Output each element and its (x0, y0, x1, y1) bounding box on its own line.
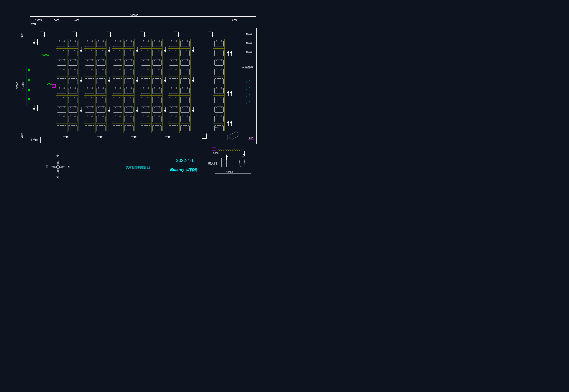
parking-space (168, 39, 180, 48)
parking-space (56, 67, 67, 77)
arrow-down-icon (136, 50, 138, 53)
parking-space (123, 96, 135, 105)
parking-space (67, 58, 78, 67)
parking-space (84, 49, 95, 58)
brand-logo: Beismy 贝视曼 (170, 167, 197, 172)
seat-icon (246, 87, 250, 91)
parking-space (112, 114, 123, 124)
parking-space (95, 105, 106, 114)
arrow-down-icon (136, 80, 138, 83)
arrow-up-icon (227, 50, 229, 53)
parking-space (168, 114, 180, 124)
barrier-gate (218, 150, 242, 151)
parking-space (123, 77, 135, 86)
parking-space (123, 105, 135, 114)
parking-space (180, 86, 191, 95)
dim-left-margin: 6749 (31, 23, 36, 26)
parking-space (84, 96, 95, 105)
dim-right-margin: 6738 (232, 19, 238, 22)
parking-space (180, 67, 191, 77)
arrow-up-icon (230, 50, 232, 53)
parking-space (56, 86, 67, 95)
parking-space (56, 114, 67, 124)
parking-block (168, 39, 191, 131)
parking-space (112, 67, 123, 77)
entrance-wall-l (215, 144, 215, 173)
parking-space (213, 49, 224, 58)
parking-space (95, 77, 106, 86)
parking-space (56, 105, 67, 114)
parking-space (151, 96, 163, 105)
arrow-down-icon (80, 80, 82, 83)
dim-line-left (17, 28, 17, 144)
cad-canvas: 100000 13305 5000 4000 6738 6749 50000 5… (0, 0, 300, 200)
sales-booth: 售卖区 (244, 40, 254, 46)
parking-space (95, 39, 106, 48)
parking-space (140, 67, 151, 77)
parking-space (151, 49, 163, 58)
parking-space (95, 67, 106, 77)
parking-space (67, 77, 78, 86)
parking-space (168, 77, 180, 86)
parking-space: 110# (213, 124, 224, 133)
parking-space (112, 39, 123, 48)
sales-booth: 售卖区 (244, 31, 254, 37)
parking-space (84, 124, 95, 133)
parking-space (151, 58, 163, 67)
dim-gate-width: 2000 (213, 152, 219, 155)
parking-space (56, 96, 67, 105)
parking-space (56, 39, 67, 48)
parking-space (67, 114, 78, 124)
parking-space (151, 67, 163, 77)
arrow-down-icon (33, 108, 35, 111)
parking-space (123, 114, 135, 124)
arrow-down-icon (243, 154, 245, 157)
parking-space (56, 49, 67, 58)
arrow-down-icon (80, 50, 82, 53)
parking-space (140, 86, 151, 95)
sales-booth: 售卖区 (244, 49, 254, 55)
compass-south: 南 (57, 176, 59, 180)
parking-space (180, 105, 191, 114)
dim-aisle-w: 4000 (74, 19, 79, 22)
parking-block (56, 39, 78, 131)
parking-space (67, 49, 78, 58)
dim-screen-w: 13305 (35, 19, 42, 22)
dim-line-top (30, 16, 256, 17)
gate-booth (212, 148, 216, 151)
parking-space (213, 86, 224, 95)
parking-space (213, 114, 224, 124)
turn-arrow-icon (40, 32, 45, 36)
turn-arrow-icon (140, 32, 145, 36)
parking-space (95, 49, 106, 58)
parking-space (84, 86, 95, 95)
parking-space (213, 96, 224, 105)
parking-space (123, 86, 135, 95)
parking-space (140, 114, 151, 124)
parking-space (213, 58, 224, 67)
entrance-wall-r (251, 144, 251, 173)
arrow-down-icon (36, 108, 38, 111)
parking-space (140, 105, 151, 114)
restroom-label: 冼手间 (27, 137, 41, 143)
tree-icon (28, 98, 30, 100)
parking-space (151, 86, 163, 95)
parking-space (151, 124, 163, 133)
arrow-right-icon (168, 136, 171, 138)
turn-arrow-icon (174, 32, 179, 36)
seat-icon (246, 94, 250, 98)
arrow-down-icon (108, 110, 110, 113)
car-icon (221, 158, 226, 167)
parking-block (140, 39, 163, 131)
tree-icon (28, 69, 30, 71)
parking-space (67, 86, 78, 95)
parking-space (180, 124, 191, 133)
parking-space (180, 96, 191, 105)
svg-marker-1 (50, 166, 66, 168)
arrow-down-icon (36, 42, 38, 45)
entrance-label: 出入口 (208, 162, 217, 165)
parking-space (140, 39, 151, 48)
parking-space (213, 39, 224, 48)
parking-space (95, 86, 106, 95)
svg-marker-0 (57, 159, 59, 175)
